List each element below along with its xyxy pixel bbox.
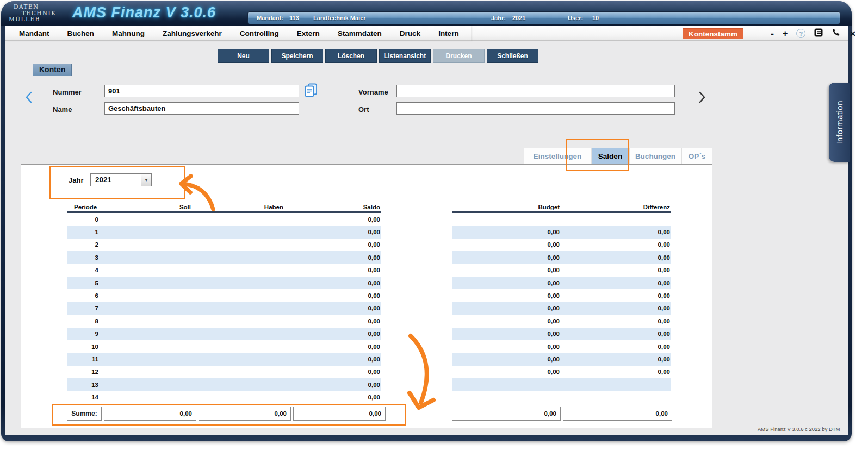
cell-periode: 13 — [67, 382, 132, 388]
ledger-icon[interactable] — [814, 28, 823, 39]
saldo-row-2[interactable]: 20,00 — [67, 239, 381, 251]
menu-item-mahnung[interactable]: Mahnung — [112, 29, 145, 38]
close-icon[interactable]: ✕ — [850, 29, 856, 38]
logo-line: MÜLLER — [9, 16, 57, 23]
menu-item-mandant[interactable]: Mandant — [19, 29, 49, 38]
jahr-label: Jahr: — [491, 12, 506, 24]
information-side-tab[interactable]: Information — [829, 83, 850, 162]
saldo-row-6[interactable]: 60,00 — [67, 289, 381, 302]
budget-row-3[interactable]: 0,000,00 — [452, 251, 671, 264]
detail-tabs: EinstellungenSaldenBuchungenOP´s — [524, 148, 712, 164]
saldo-row-0[interactable]: 00,00 — [67, 213, 381, 226]
listenansicht-button[interactable]: Listenansicht — [379, 49, 431, 63]
cell-differenz: 0,00 — [561, 356, 671, 362]
budget-row-5[interactable]: 0,000,00 — [452, 277, 671, 289]
cell-differenz: 0,00 — [561, 305, 671, 311]
cell-saldo: 0,00 — [283, 292, 380, 299]
saldo-row-8[interactable]: 80,00 — [67, 315, 381, 327]
löschen-button[interactable]: Löschen — [325, 49, 377, 63]
column-header-soll: Soll — [132, 204, 191, 210]
budget-row-9[interactable]: 0,000,00 — [452, 328, 671, 340]
saldo-row-1[interactable]: 10,00 — [67, 226, 381, 238]
drucken-button[interactable]: Drucken — [433, 49, 485, 63]
cell-saldo: 0,00 — [283, 229, 380, 235]
budget-row-12[interactable]: 0,000,00 — [452, 366, 671, 378]
cell-budget: 0,00 — [452, 343, 561, 350]
budget-row-7[interactable]: 0,000,00 — [452, 302, 671, 315]
cell-budget: 0,00 — [452, 292, 561, 299]
budget-table-rows: 0,000,000,000,000,000,000,000,000,000,00… — [452, 213, 671, 404]
column-header-periode: Periode — [67, 204, 132, 210]
cell-periode: 4 — [67, 267, 132, 273]
cell-periode: 12 — [67, 368, 132, 375]
summe-haben: 0,00 — [199, 407, 291, 421]
jahr-dropdown-arrow-icon[interactable]: ▼ — [141, 174, 151, 186]
cell-periode: 7 — [67, 305, 132, 311]
budget-row-13[interactable] — [452, 378, 671, 391]
cell-periode: 2 — [67, 241, 132, 248]
name-input[interactable] — [104, 102, 299, 115]
maximize-icon[interactable]: + — [783, 29, 788, 38]
logo-line: DATEN — [14, 4, 57, 10]
saldo-row-13[interactable]: 130,00 — [67, 378, 381, 391]
menu-item-intern[interactable]: Intern — [438, 29, 459, 38]
cell-periode: 6 — [67, 292, 132, 299]
column-header-differenz: Differenz — [561, 204, 671, 210]
vorname-input[interactable] — [396, 85, 675, 97]
saldo-row-9[interactable]: 90,00 — [67, 328, 381, 340]
speichern-button[interactable]: Speichern — [271, 49, 323, 63]
tab-buchungen[interactable]: Buchungen — [629, 148, 681, 164]
budget-row-6[interactable]: 0,000,00 — [452, 289, 671, 302]
minimize-icon[interactable]: - — [771, 29, 774, 38]
saldo-row-10[interactable]: 100,00 — [67, 340, 381, 353]
saldo-row-4[interactable]: 40,00 — [67, 264, 381, 277]
budget-row-1[interactable]: 0,000,00 — [452, 226, 671, 238]
window-controls: - + ? ✕ — [771, 26, 856, 41]
budget-row-10[interactable]: 0,000,00 — [452, 340, 671, 353]
cell-budget: 0,00 — [452, 280, 561, 286]
copy-record-icon[interactable] — [303, 83, 319, 100]
tab-op-s[interactable]: OP´s — [681, 148, 712, 164]
saldo-row-14[interactable]: 140,00 — [67, 391, 381, 403]
cell-periode: 9 — [67, 330, 132, 337]
neu-button[interactable]: Neu — [218, 49, 269, 63]
saldo-row-12[interactable]: 120,00 — [67, 366, 381, 378]
nummer-input[interactable] — [104, 85, 299, 97]
help-icon[interactable]: ? — [796, 29, 805, 38]
schließen-button[interactable]: Schließen — [487, 49, 538, 63]
tab-einstellungen[interactable]: Einstellungen — [524, 148, 591, 164]
budget-row-8[interactable]: 0,000,00 — [452, 315, 671, 327]
salden-jahr-label: Jahr — [69, 176, 83, 184]
budget-row-14[interactable] — [452, 391, 671, 403]
saldo-row-11[interactable]: 110,00 — [67, 353, 381, 365]
budget-table-header: BudgetDifferenz — [452, 203, 671, 212]
menu-item-buchen[interactable]: Buchen — [67, 29, 95, 38]
cell-periode: 11 — [67, 356, 132, 362]
menu-item-zahlungsverkehr[interactable]: Zahlungsverkehr — [163, 29, 222, 38]
toolbar: NeuSpeichernLöschenListenansichtDruckenS… — [218, 49, 538, 63]
jahr-dropdown[interactable]: 2021 ▼ — [90, 173, 152, 186]
budget-row-0[interactable] — [452, 213, 671, 226]
column-header-saldo: Saldo — [283, 204, 380, 210]
nummer-label: Nummer — [53, 88, 82, 96]
summe-soll: 0,00 — [104, 407, 196, 421]
cell-saldo: 0,00 — [283, 241, 380, 248]
saldo-row-7[interactable]: 70,00 — [67, 302, 381, 315]
tab-salden[interactable]: Salden — [591, 148, 629, 164]
menu-item-stammdaten[interactable]: Stammdaten — [338, 29, 382, 38]
saldo-row-3[interactable]: 30,00 — [67, 251, 381, 264]
phone-icon[interactable] — [832, 28, 841, 39]
cell-periode: 0 — [67, 216, 132, 223]
menu-bar-items: MandantBuchenMahnungZahlungsverkehrContr… — [5, 26, 471, 41]
saldo-row-5[interactable]: 50,00 — [67, 277, 381, 289]
budget-row-4[interactable]: 0,000,00 — [452, 264, 671, 277]
menu-item-druck[interactable]: Druck — [400, 29, 420, 38]
menu-item-extern[interactable]: Extern — [297, 29, 320, 38]
next-record-button[interactable] — [698, 90, 706, 104]
cell-saldo: 0,00 — [283, 318, 380, 324]
budget-row-11[interactable]: 0,000,00 — [452, 353, 671, 365]
menu-item-controlling[interactable]: Controlling — [240, 29, 279, 38]
ort-input[interactable] — [396, 102, 675, 115]
budget-row-2[interactable]: 0,000,00 — [452, 239, 671, 251]
previous-record-button[interactable] — [24, 90, 33, 104]
